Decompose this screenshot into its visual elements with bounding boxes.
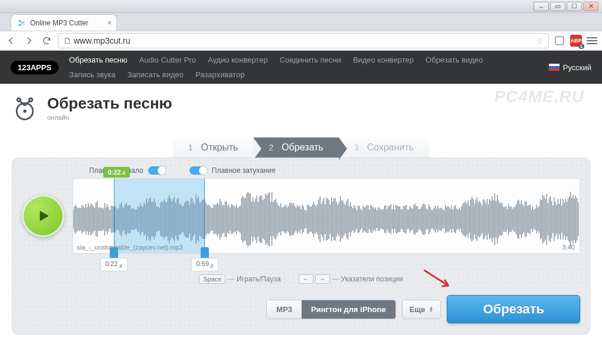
editor-panel: Плавное начало Плавное затухание 0:22.4 (12, 158, 590, 335)
key-right: → (315, 274, 330, 284)
url-text: www.mp3cut.ru (74, 36, 130, 45)
format-more-button[interactable]: Еще ▲▼ (402, 300, 441, 319)
nav-link-cut-video[interactable]: Обрезать видео (426, 55, 483, 64)
page-icon: 🗋 (63, 36, 71, 45)
nav-link-video-converter[interactable]: Видео конвертер (353, 55, 414, 64)
watermark: PC4ME.RU (494, 87, 584, 106)
range-handle-end[interactable] (201, 247, 209, 259)
menu-icon[interactable] (587, 37, 597, 44)
nav-link-audio-cutter-pro[interactable]: Audio Cutter Pro (139, 55, 196, 64)
wizard-steps: 1 Открыть 2 Обрезать 3 Сохранить (12, 137, 590, 158)
nav-link-unarchiver[interactable]: Разархиватор (195, 70, 244, 79)
language-picker[interactable]: Русский (549, 63, 591, 72)
browser-tab[interactable]: Online MP3 Cutter × (11, 14, 117, 31)
nav-link-cut-song[interactable]: Обрезать песню (69, 55, 127, 64)
fade-out-label: Плавное затухание (212, 166, 276, 175)
step-save[interactable]: 3 Сохранить (339, 137, 429, 158)
key-left: ← (299, 274, 313, 284)
site-navbar: 123APPS Обрезать песню Audio Cutter Pro … (0, 51, 602, 84)
cursor-time-badge: 0:22.4 (103, 167, 130, 178)
forward-button[interactable] (22, 34, 35, 47)
address-bar[interactable]: 🗋 www.mp3cut.ru ☆ (58, 33, 549, 48)
svg-point-2 (23, 109, 27, 113)
svg-point-4 (29, 98, 32, 101)
window-close[interactable]: ✕ (583, 2, 598, 11)
flag-ru-icon (549, 64, 560, 71)
close-icon[interactable]: × (107, 19, 112, 27)
scissors-icon (17, 18, 27, 28)
window-titlebar: – ▭ ☐ ✕ (0, 0, 602, 13)
waveform[interactable]: 0:22.4 0:22.4 0:59.0 sia_-_unstoppable_(… (73, 178, 580, 254)
format-mp3-button[interactable]: MP3 (267, 300, 302, 319)
site-nav-links: Обрезать песню Audio Cutter Pro Аудио ко… (69, 55, 538, 79)
page-content: PC4ME.RU Обрезать песню онлайн 1 Открыть… (0, 84, 602, 364)
back-button[interactable] (5, 34, 18, 47)
svg-point-3 (17, 98, 21, 101)
svg-rect-0 (555, 37, 564, 45)
nav-link-join-songs[interactable]: Соединить песни (280, 55, 341, 64)
page-title: Обрезать песню (47, 94, 172, 113)
nav-link-audio-converter[interactable]: Аудио конвертер (208, 55, 268, 64)
format-ringtone-button[interactable]: Рингтон для iPhone (302, 300, 395, 319)
tab-title: Online MP3 Cutter (30, 19, 89, 27)
extension-icon[interactable] (554, 35, 565, 47)
nav-link-record-video[interactable]: Записать видео (127, 70, 184, 79)
language-label: Русский (563, 63, 591, 72)
window-minimize[interactable]: – (534, 2, 549, 11)
page-subtitle: онлайн (47, 114, 172, 121)
duration-label: 3:40 (562, 244, 575, 251)
key-space: Space (199, 274, 225, 284)
hint-play: Играть/Пауза (237, 275, 281, 283)
cut-button[interactable]: Обрезать (447, 295, 580, 323)
browser-tabbar: Online MP3 Cutter × (0, 13, 602, 31)
keyboard-hints: Space — Играть/Пауза ← → — Указатели поз… (22, 275, 580, 283)
toggle-fade-out[interactable]: Плавное затухание (189, 166, 276, 175)
adblock-icon[interactable]: ABP (570, 35, 582, 47)
hint-arrows: Указатели позиции (341, 275, 403, 283)
sort-icon: ▲▼ (429, 306, 434, 312)
nav-link-record-audio[interactable]: Запись звука (69, 70, 116, 79)
step-open[interactable]: 1 Открыть (173, 137, 254, 158)
filename-label: sia_-_unstoppable_(zaycev.net).mp3 (77, 244, 183, 251)
reload-button[interactable] (40, 34, 53, 47)
window-maximize[interactable]: ☐ (567, 2, 582, 11)
window-restore[interactable]: ▭ (550, 2, 565, 11)
site-brand[interactable]: 123APPS (11, 61, 58, 74)
switch-icon (148, 166, 166, 175)
format-segmented: MP3 Рингтон для iPhone (266, 300, 395, 319)
vinyl-scissors-icon (12, 95, 38, 121)
range-start-time: 0:22.4 (100, 258, 127, 271)
browser-toolbar: 🗋 www.mp3cut.ru ☆ ABP (0, 31, 602, 51)
switch-icon (189, 166, 207, 175)
selection-region[interactable] (114, 179, 205, 253)
range-end-time: 0:59.0 (191, 258, 219, 271)
bookmark-icon[interactable]: ☆ (536, 36, 544, 45)
play-button[interactable] (22, 195, 64, 237)
annotation-arrow-icon (420, 269, 456, 293)
step-cut[interactable]: 2 Обрезать (253, 137, 338, 158)
